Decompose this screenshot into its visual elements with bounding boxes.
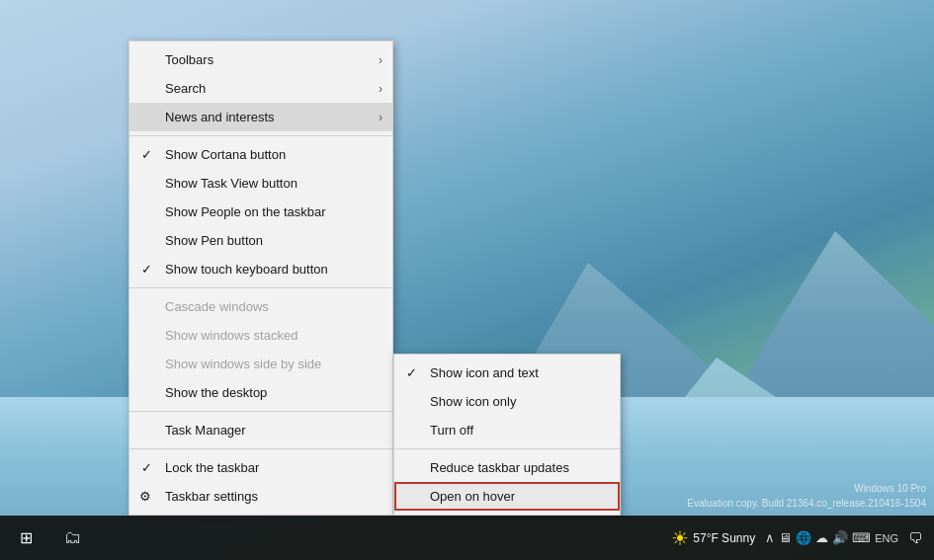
menu-item-show-touch-keyboard[interactable]: ✓ Show touch keyboard button bbox=[129, 255, 392, 283]
task-view-label: Show Task View button bbox=[165, 176, 297, 191]
submenu-item-open-on-hover[interactable]: Open on hover bbox=[394, 482, 620, 511]
separator-3 bbox=[129, 411, 392, 412]
watermark-line1: Windows 10 Pro bbox=[687, 481, 926, 496]
volume-icon[interactable]: 🔊 bbox=[832, 530, 848, 545]
lock-taskbar-label: Lock the taskbar bbox=[165, 460, 259, 475]
show-icon-only-label: Show icon only bbox=[430, 394, 516, 409]
turn-off-label: Turn off bbox=[430, 423, 473, 438]
menu-item-show-people[interactable]: Show People on the taskbar bbox=[129, 198, 392, 226]
menu-item-task-manager[interactable]: Task Manager bbox=[129, 416, 392, 444]
submenu-item-show-icon-text[interactable]: ✓ Show icon and text bbox=[394, 359, 620, 387]
menu-item-show-pen[interactable]: Show Pen button bbox=[129, 226, 392, 255]
menu-item-show-windows-side-by-side[interactable]: Show windows side by side bbox=[129, 350, 392, 378]
menu-item-show-task-view[interactable]: Show Task View button bbox=[129, 169, 392, 198]
search-arrow: › bbox=[379, 82, 382, 96]
submenu-item-show-icon-only[interactable]: Show icon only bbox=[394, 387, 620, 416]
gear-icon: ⚙ bbox=[139, 489, 151, 504]
windows-watermark: Windows 10 Pro Evaluation copy. Build 21… bbox=[687, 481, 926, 511]
network-icon[interactable]: 🌐 bbox=[796, 530, 811, 545]
task-manager-label: Task Manager bbox=[165, 423, 246, 438]
show-icon-text-checkmark: ✓ bbox=[406, 365, 417, 380]
menu-item-toolbars[interactable]: Toolbars › bbox=[129, 45, 392, 74]
pen-label: Show Pen button bbox=[165, 233, 263, 248]
weather-widget[interactable]: ☀ 57°F Sunny bbox=[671, 526, 755, 550]
separator-1 bbox=[129, 135, 392, 136]
toolbars-label: Toolbars bbox=[165, 52, 213, 67]
weather-text: 57°F Sunny bbox=[693, 531, 755, 545]
separator-4 bbox=[129, 448, 392, 449]
system-tray: ∧ 🖥 🌐 ☁ 🔊 ⌨ ENG bbox=[761, 530, 902, 545]
taskbar-settings-label: Taskbar settings bbox=[165, 489, 258, 504]
cortana-label: Show Cortana button bbox=[165, 147, 286, 162]
lock-taskbar-checkmark: ✓ bbox=[141, 460, 152, 475]
search-label: Search bbox=[165, 81, 206, 96]
display-icon[interactable]: 🖥 bbox=[779, 530, 792, 545]
show-icon-text-label: Show icon and text bbox=[430, 365, 539, 380]
menu-item-show-windows-stacked[interactable]: Show windows stacked bbox=[129, 321, 392, 350]
touch-keyboard-label: Show touch keyboard button bbox=[165, 262, 328, 277]
watermark-line2: Evaluation copy. Build 21364.co_release.… bbox=[687, 496, 926, 511]
separator-2 bbox=[129, 287, 392, 288]
taskbar-right-area: ☀ 57°F Sunny ∧ 🖥 🌐 ☁ 🔊 ⌨ ENG 🗨 bbox=[671, 526, 930, 550]
notification-icon[interactable]: 🗨 bbox=[908, 530, 922, 546]
menu-item-show-cortana[interactable]: ✓ Show Cortana button bbox=[129, 140, 392, 169]
show-windows-side-by-side-label: Show windows side by side bbox=[165, 357, 321, 371]
show-windows-stacked-label: Show windows stacked bbox=[165, 328, 297, 343]
start-button[interactable]: ⊞ bbox=[4, 516, 47, 560]
news-interests-submenu: ✓ Show icon and text Show icon only Turn… bbox=[393, 354, 621, 516]
weather-icon: ☀ bbox=[671, 526, 689, 550]
toolbars-arrow: › bbox=[379, 53, 382, 67]
news-interests-arrow: › bbox=[379, 111, 382, 124]
submenu-separator-1 bbox=[394, 448, 620, 449]
taskbar: ⊞ 🗂 ☀ 57°F Sunny ∧ 🖥 🌐 ☁ 🔊 ⌨ ENG 🗨 bbox=[0, 516, 934, 560]
keyboard-icon[interactable]: ⌨ bbox=[852, 530, 871, 545]
menu-item-search[interactable]: Search › bbox=[129, 74, 392, 103]
context-menu: Toolbars › Search › News and interests ›… bbox=[128, 40, 393, 516]
menu-item-lock-taskbar[interactable]: ✓ Lock the taskbar bbox=[129, 453, 392, 482]
start-icon: ⊞ bbox=[20, 528, 33, 547]
news-interests-label: News and interests bbox=[165, 110, 275, 124]
language-icon[interactable]: ENG bbox=[875, 532, 898, 544]
menu-item-show-desktop[interactable]: Show the desktop bbox=[129, 378, 392, 407]
taskbar-icons: 🗂 bbox=[51, 516, 95, 560]
open-on-hover-label: Open on hover bbox=[430, 489, 515, 504]
submenu-item-reduce-taskbar-updates[interactable]: Reduce taskbar updates bbox=[394, 453, 620, 482]
file-explorer-icon[interactable]: 🗂 bbox=[51, 516, 95, 560]
touch-keyboard-checkmark: ✓ bbox=[141, 262, 152, 277]
reduce-taskbar-updates-label: Reduce taskbar updates bbox=[430, 460, 569, 475]
people-label: Show People on the taskbar bbox=[165, 204, 326, 219]
cortana-checkmark: ✓ bbox=[141, 147, 152, 162]
cascade-windows-label: Cascade windows bbox=[165, 299, 269, 314]
submenu-item-turn-off[interactable]: Turn off bbox=[394, 416, 620, 444]
file-explorer-glyph: 🗂 bbox=[64, 527, 82, 548]
menu-item-news-interests[interactable]: News and interests › bbox=[129, 103, 392, 131]
menu-item-taskbar-settings[interactable]: ⚙ Taskbar settings bbox=[129, 482, 392, 511]
show-desktop-label: Show the desktop bbox=[165, 385, 267, 400]
menu-item-cascade-windows[interactable]: Cascade windows bbox=[129, 292, 392, 321]
cloud-icon[interactable]: ☁ bbox=[815, 530, 828, 545]
chevron-up-icon[interactable]: ∧ bbox=[765, 530, 775, 545]
